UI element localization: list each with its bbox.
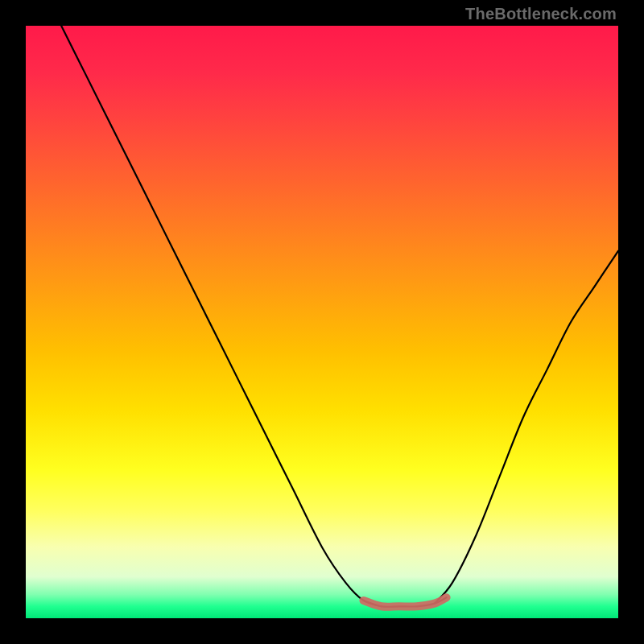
chart-frame: TheBottleneck.com [0, 0, 644, 644]
watermark-text: TheBottleneck.com [465, 5, 617, 23]
curve-left-branch [61, 26, 381, 606]
curve-right-branch [435, 251, 618, 604]
basin-highlight [364, 597, 447, 607]
plot-area [26, 26, 618, 618]
curves-svg [26, 26, 618, 618]
